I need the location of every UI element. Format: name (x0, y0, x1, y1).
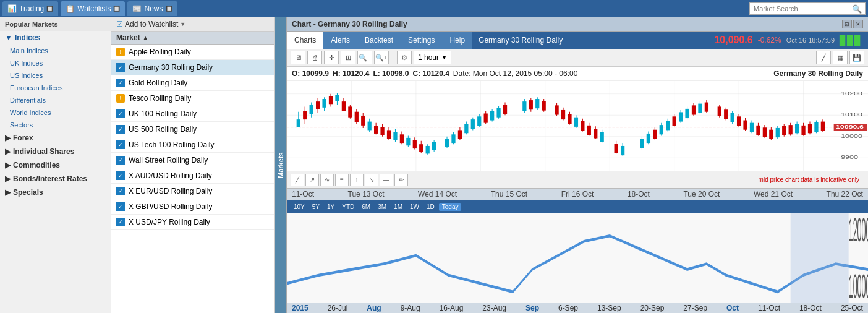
sidebar-group-indices[interactable]: ▼ Indices (0, 31, 111, 45)
individual-shares-arrow-icon: ▶ (5, 147, 11, 156)
svg-rect-105 (640, 139, 644, 148)
tf-1m[interactable]: 1M (391, 203, 406, 211)
add-to-watchlist-button[interactable]: ☑ Add to Watchlist ▼ (116, 20, 185, 28)
chart-canvas[interactable]: 10200 10100 10000 9900 10090.6 (287, 81, 868, 171)
specials-arrow-icon: ▶ (5, 188, 11, 197)
tf-5y[interactable]: 5Y (309, 203, 323, 211)
svg-rect-107 (647, 134, 650, 143)
tab-trading[interactable]: 📊 Trading 🔲 (2, 1, 58, 16)
wave-icon[interactable]: ∿ (320, 174, 334, 186)
watchlist-item-ustech100[interactable]: ✓ US Tech 100 Rolling Daily (111, 137, 274, 153)
down-arrow-icon[interactable]: ↘ (365, 174, 378, 186)
monitor-icon[interactable]: 🖥 (291, 51, 305, 64)
zoom-fit-icon[interactable]: ⊞ (341, 51, 355, 64)
chart-datetime: Oct 16 18:57:59 (786, 36, 835, 44)
indicative-text: mid price chart data is indicative only (754, 176, 864, 184)
markets-label[interactable]: Markets (275, 17, 286, 313)
sidebar-group-specials[interactable]: ▶ Specials (0, 186, 111, 199)
watchlist-item-apple[interactable]: ! Apple Rolling Daily (111, 45, 274, 60)
watchlist-item-audusd[interactable]: ✓ X AUD/USD Rolling Daily (111, 168, 274, 184)
tab-alerts[interactable]: Alerts (323, 32, 357, 49)
tab-news[interactable]: 📰 News 🔲 (127, 1, 177, 16)
watchlist-item-tesco[interactable]: ! Tesco Rolling Daily (111, 91, 274, 106)
sidebar-group-forex[interactable]: ▶ Forex (0, 131, 111, 145)
sidebar-item-main-indices[interactable]: Main Indices (0, 45, 111, 57)
search-input[interactable] (750, 4, 849, 14)
tab-watchlists[interactable]: 📋 Watchlists 🔲 (61, 1, 125, 16)
up-arrow-icon[interactable]: ↑ (350, 174, 364, 186)
watchlist-item-wallstreet[interactable]: ✓ Wall Street Rolling Daily (111, 153, 274, 168)
tf-1w[interactable]: 1W (407, 203, 422, 211)
watchlist-item-eurusd[interactable]: ✓ X EUR/USD Rolling Daily (111, 184, 274, 199)
sidebar-item-sectors[interactable]: Sectors (0, 119, 111, 131)
svg-rect-151 (795, 124, 799, 133)
watchlist-item-uk100[interactable]: ✓ UK 100 Rolling Daily (111, 106, 274, 122)
mini-chart[interactable]: 12000 10000 (287, 213, 868, 303)
svg-rect-45 (400, 134, 404, 143)
svg-rect-149 (789, 125, 793, 134)
svg-rect-135 (743, 121, 747, 130)
svg-rect-97 (594, 129, 597, 138)
svg-rect-31 (355, 112, 359, 122)
search-icon[interactable]: 🔍 (849, 3, 865, 15)
sidebar-item-differentials[interactable]: Differentials (0, 94, 111, 106)
tf-10y[interactable]: 10Y (291, 203, 308, 211)
timeframe-select[interactable]: 1 hour ▼ (414, 51, 451, 64)
tab-help[interactable]: Help (442, 32, 472, 49)
zoom-out-icon[interactable]: 🔍− (357, 51, 372, 64)
tf-6m[interactable]: 6M (359, 203, 373, 211)
svg-rect-25 (335, 95, 339, 101)
sidebar-group-bonds[interactable]: ▶ Bonds/Interest Rates (0, 172, 111, 186)
svg-rect-123 (698, 104, 702, 113)
sidebar-item-us-indices[interactable]: US Indices (0, 69, 111, 82)
checkbox-checked-icon: ✓ (116, 109, 125, 118)
save-icon[interactable]: 💾 (849, 51, 864, 64)
sidebar-item-european-indices[interactable]: European Indices (0, 82, 111, 94)
svg-rect-71 (490, 111, 494, 120)
tf-ytd[interactable]: YTD (339, 203, 357, 211)
zoom-in-icon[interactable]: 🔍+ (374, 51, 389, 64)
ray-icon[interactable]: ↗ (305, 174, 319, 186)
horizontal-line-icon[interactable]: — (380, 174, 393, 186)
svg-rect-55 (432, 142, 436, 150)
chart-area: Chart - Germany 30 Rolling Daily ⊡ ✕ Cha… (287, 17, 868, 313)
trend-line-icon[interactable]: ╱ (291, 174, 304, 186)
chart-toolbar: 🖥 🖨 ✛ ⊞ 🔍− 🔍+ ⚙ 1 hour ▼ ╱ ▦ 💾 (287, 49, 868, 67)
settings-icon[interactable]: ⚙ (397, 51, 412, 64)
fib-icon[interactable]: ≡ (335, 174, 349, 186)
print-icon[interactable]: 🖨 (307, 51, 322, 64)
add-icon: ☑ (116, 20, 123, 28)
news-tab-icon: 🔲 (166, 6, 172, 12)
svg-rect-159 (821, 122, 825, 131)
svg-rect-141 (763, 127, 767, 137)
draw-tool-icon[interactable]: ✏ (394, 174, 408, 186)
watchlist-item-gbpusd[interactable]: ✓ X GBP/USD Rolling Daily (111, 199, 274, 215)
tab-settings[interactable]: Settings (401, 32, 442, 49)
watchlist-item-usdjpy[interactable]: ✓ X USD/JPY Rolling Daily (111, 215, 274, 230)
svg-rect-53 (426, 146, 430, 153)
sidebar-item-uk-indices[interactable]: UK Indices (0, 57, 111, 69)
bar-chart-icon[interactable]: ▦ (833, 51, 848, 64)
sidebar-item-world-indices[interactable]: World Indices (0, 106, 111, 119)
checkbox-checked-icon: ✓ (116, 171, 125, 180)
tf-1d[interactable]: 1D (423, 203, 438, 211)
watchlist-item-gold[interactable]: ✓ Gold Rolling Daily (111, 75, 274, 91)
crosshair-icon[interactable]: ✛ (324, 51, 339, 64)
tf-1y[interactable]: 1Y (324, 203, 338, 211)
line-chart-icon[interactable]: ╱ (816, 51, 831, 64)
watchlist-item-us500[interactable]: ✓ US 500 Rolling Daily (111, 122, 274, 137)
watchlist-item-germany30[interactable]: ✓ Germany 30 Rolling Daily (111, 60, 274, 75)
tab-backtest[interactable]: Backtest (357, 32, 401, 49)
svg-rect-95 (587, 126, 591, 135)
tf-today[interactable]: Today (439, 203, 462, 211)
sidebar-group-individual-shares[interactable]: ▶ Individual Shares (0, 145, 111, 158)
tab-charts[interactable]: Charts (287, 32, 323, 49)
sidebar-group-commodities[interactable]: ▶ Commodities (0, 158, 111, 172)
svg-rect-153 (801, 126, 805, 135)
tf-3m[interactable]: 3M (375, 203, 389, 211)
svg-rect-51 (419, 144, 423, 152)
restore-button[interactable]: ⊡ (842, 20, 852, 28)
svg-rect-21 (322, 99, 326, 108)
close-button[interactable]: ✕ (853, 20, 863, 28)
ohlc-bar: O: 10099.9 H: 10120.4 L: 10098.0 C: 1012… (287, 67, 868, 81)
